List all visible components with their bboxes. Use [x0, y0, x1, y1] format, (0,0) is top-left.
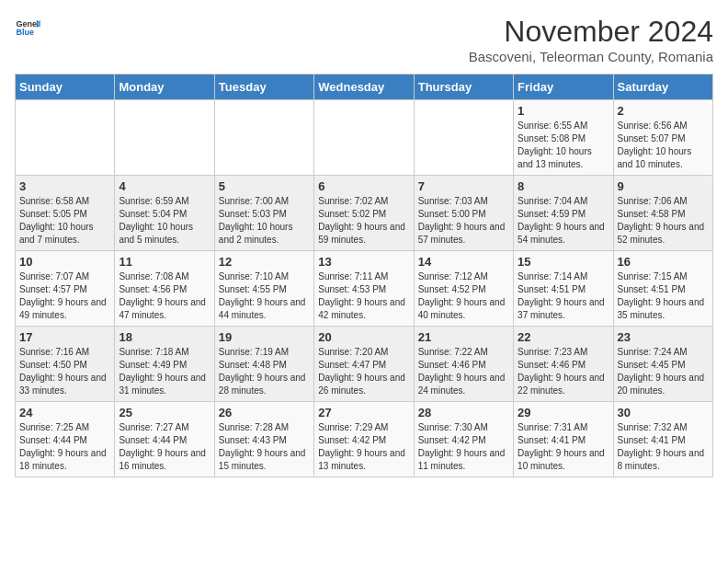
day-number: 14: [418, 255, 509, 269]
day-number: 11: [119, 255, 210, 269]
day-info: Sunrise: 7:22 AM Sunset: 4:46 PM Dayligh…: [418, 346, 509, 397]
day-number: 10: [19, 255, 110, 269]
day-cell: 4Sunrise: 6:59 AM Sunset: 5:04 PM Daylig…: [115, 176, 214, 251]
day-info: Sunrise: 7:00 AM Sunset: 5:03 PM Dayligh…: [219, 195, 310, 247]
day-cell: 11Sunrise: 7:08 AM Sunset: 4:56 PM Dayli…: [115, 251, 214, 327]
day-number: 2: [618, 104, 709, 118]
day-cell: 25Sunrise: 7:27 AM Sunset: 4:44 PM Dayli…: [115, 402, 214, 477]
day-info: Sunrise: 7:24 AM Sunset: 4:45 PM Dayligh…: [618, 346, 709, 397]
calendar-subtitle: Bascoveni, Teleorman County, Romania: [469, 49, 713, 64]
calendar-body: 1Sunrise: 6:55 AM Sunset: 5:08 PM Daylig…: [16, 100, 713, 477]
day-number: 30: [618, 406, 709, 419]
day-number: 17: [19, 330, 110, 344]
day-info: Sunrise: 7:06 AM Sunset: 4:58 PM Dayligh…: [618, 195, 709, 247]
day-cell: 2Sunrise: 6:56 AM Sunset: 5:07 PM Daylig…: [613, 100, 712, 176]
day-number: 9: [618, 179, 709, 193]
day-cell: 15Sunrise: 7:14 AM Sunset: 4:51 PM Dayli…: [514, 251, 613, 327]
column-header-sunday: Sunday: [16, 75, 115, 100]
day-number: 22: [518, 330, 609, 344]
day-info: Sunrise: 7:02 AM Sunset: 5:02 PM Dayligh…: [318, 195, 409, 247]
title-block: November 2024 Bascoveni, Teleorman Count…: [469, 15, 713, 64]
day-number: 1: [518, 104, 609, 118]
day-info: Sunrise: 7:28 AM Sunset: 4:43 PM Dayligh…: [219, 421, 310, 473]
day-info: Sunrise: 7:32 AM Sunset: 4:41 PM Dayligh…: [618, 421, 709, 473]
day-number: 24: [19, 406, 110, 419]
day-number: 15: [518, 255, 609, 269]
day-number: 4: [119, 179, 210, 193]
column-header-monday: Monday: [115, 75, 214, 100]
day-cell: 1Sunrise: 6:55 AM Sunset: 5:08 PM Daylig…: [514, 100, 613, 176]
week-row-1: 1Sunrise: 6:55 AM Sunset: 5:08 PM Daylig…: [16, 100, 713, 176]
day-cell: 19Sunrise: 7:19 AM Sunset: 4:48 PM Dayli…: [214, 327, 313, 402]
calendar-title: November 2024: [469, 15, 713, 49]
day-number: 12: [219, 255, 310, 269]
day-number: 20: [318, 330, 409, 344]
day-cell: 9Sunrise: 7:06 AM Sunset: 4:58 PM Daylig…: [613, 176, 712, 251]
day-info: Sunrise: 6:59 AM Sunset: 5:04 PM Dayligh…: [119, 195, 210, 247]
day-cell: [16, 100, 115, 176]
day-cell: 12Sunrise: 7:10 AM Sunset: 4:55 PM Dayli…: [214, 251, 313, 327]
day-cell: [214, 100, 313, 176]
day-number: 7: [418, 179, 509, 193]
day-number: 18: [119, 330, 210, 344]
day-info: Sunrise: 7:15 AM Sunset: 4:51 PM Dayligh…: [618, 270, 709, 322]
column-header-wednesday: Wednesday: [314, 75, 414, 100]
day-cell: [115, 100, 214, 176]
calendar-header-row: SundayMondayTuesdayWednesdayThursdayFrid…: [16, 75, 713, 100]
day-number: 5: [219, 179, 310, 193]
day-cell: 21Sunrise: 7:22 AM Sunset: 4:46 PM Dayli…: [414, 327, 513, 402]
day-info: Sunrise: 7:14 AM Sunset: 4:51 PM Dayligh…: [518, 270, 609, 322]
day-cell: 5Sunrise: 7:00 AM Sunset: 5:03 PM Daylig…: [214, 176, 313, 251]
day-cell: 16Sunrise: 7:15 AM Sunset: 4:51 PM Dayli…: [613, 251, 712, 327]
svg-text:Blue: Blue: [16, 28, 34, 37]
week-row-3: 10Sunrise: 7:07 AM Sunset: 4:57 PM Dayli…: [16, 251, 713, 327]
week-row-2: 3Sunrise: 6:58 AM Sunset: 5:05 PM Daylig…: [16, 176, 713, 251]
column-header-tuesday: Tuesday: [214, 75, 313, 100]
day-cell: 29Sunrise: 7:31 AM Sunset: 4:41 PM Dayli…: [514, 402, 613, 477]
day-number: 21: [418, 330, 509, 344]
column-header-saturday: Saturday: [613, 75, 712, 100]
day-number: 27: [318, 406, 409, 419]
day-number: 16: [618, 255, 709, 269]
day-cell: 10Sunrise: 7:07 AM Sunset: 4:57 PM Dayli…: [16, 251, 115, 327]
day-number: 6: [318, 179, 409, 193]
day-info: Sunrise: 7:27 AM Sunset: 4:44 PM Dayligh…: [119, 421, 210, 473]
day-info: Sunrise: 7:30 AM Sunset: 4:42 PM Dayligh…: [418, 421, 509, 473]
day-info: Sunrise: 7:04 AM Sunset: 4:59 PM Dayligh…: [518, 195, 609, 247]
week-row-4: 17Sunrise: 7:16 AM Sunset: 4:50 PM Dayli…: [16, 327, 713, 402]
day-info: Sunrise: 7:20 AM Sunset: 4:47 PM Dayligh…: [318, 346, 409, 397]
day-cell: 22Sunrise: 7:23 AM Sunset: 4:46 PM Dayli…: [514, 327, 613, 402]
day-number: 26: [219, 406, 310, 419]
logo: General Blue: [15, 15, 40, 40]
day-cell: 28Sunrise: 7:30 AM Sunset: 4:42 PM Dayli…: [414, 402, 513, 477]
day-cell: 27Sunrise: 7:29 AM Sunset: 4:42 PM Dayli…: [314, 402, 414, 477]
day-info: Sunrise: 7:10 AM Sunset: 4:55 PM Dayligh…: [219, 270, 310, 322]
day-number: 8: [518, 179, 609, 193]
column-header-friday: Friday: [514, 75, 613, 100]
day-info: Sunrise: 7:16 AM Sunset: 4:50 PM Dayligh…: [19, 346, 110, 397]
day-cell: 26Sunrise: 7:28 AM Sunset: 4:43 PM Dayli…: [214, 402, 313, 477]
day-info: Sunrise: 7:18 AM Sunset: 4:49 PM Dayligh…: [119, 346, 210, 397]
day-info: Sunrise: 7:08 AM Sunset: 4:56 PM Dayligh…: [119, 270, 210, 322]
day-number: 13: [318, 255, 409, 269]
day-number: 3: [19, 179, 110, 193]
day-cell: 24Sunrise: 7:25 AM Sunset: 4:44 PM Dayli…: [16, 402, 115, 477]
day-cell: 23Sunrise: 7:24 AM Sunset: 4:45 PM Dayli…: [613, 327, 712, 402]
day-info: Sunrise: 7:12 AM Sunset: 4:52 PM Dayligh…: [418, 270, 509, 322]
day-number: 23: [618, 330, 709, 344]
column-header-thursday: Thursday: [414, 75, 513, 100]
day-cell: 3Sunrise: 6:58 AM Sunset: 5:05 PM Daylig…: [16, 176, 115, 251]
day-info: Sunrise: 6:55 AM Sunset: 5:08 PM Dayligh…: [518, 120, 609, 171]
day-number: 25: [119, 406, 210, 419]
day-info: Sunrise: 7:25 AM Sunset: 4:44 PM Dayligh…: [19, 421, 110, 473]
day-cell: 17Sunrise: 7:16 AM Sunset: 4:50 PM Dayli…: [16, 327, 115, 402]
day-cell: 30Sunrise: 7:32 AM Sunset: 4:41 PM Dayli…: [613, 402, 712, 477]
day-info: Sunrise: 6:58 AM Sunset: 5:05 PM Dayligh…: [19, 195, 110, 247]
day-info: Sunrise: 7:11 AM Sunset: 4:53 PM Dayligh…: [318, 270, 409, 322]
day-cell: 7Sunrise: 7:03 AM Sunset: 5:00 PM Daylig…: [414, 176, 513, 251]
day-cell: 14Sunrise: 7:12 AM Sunset: 4:52 PM Dayli…: [414, 251, 513, 327]
day-cell: 8Sunrise: 7:04 AM Sunset: 4:59 PM Daylig…: [514, 176, 613, 251]
day-cell: 13Sunrise: 7:11 AM Sunset: 4:53 PM Dayli…: [314, 251, 414, 327]
week-row-5: 24Sunrise: 7:25 AM Sunset: 4:44 PM Dayli…: [16, 402, 713, 477]
day-info: Sunrise: 7:23 AM Sunset: 4:46 PM Dayligh…: [518, 346, 609, 397]
